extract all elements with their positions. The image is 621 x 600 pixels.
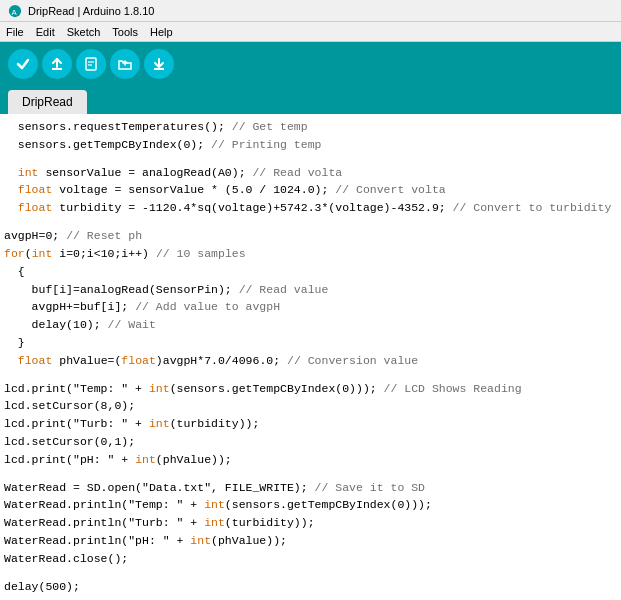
code-line: avgpH=0; // Reset ph <box>4 227 613 245</box>
code-line: delay(500); <box>4 578 613 596</box>
title-bar: A DripRead | Arduino 1.8.10 <box>0 0 621 22</box>
arduino-icon: A <box>8 4 22 18</box>
new-button[interactable] <box>76 49 106 79</box>
menu-file[interactable]: File <box>6 26 24 38</box>
verify-button[interactable] <box>8 49 38 79</box>
code-line: int sensorValue = analogRead(A0); // Rea… <box>4 164 613 182</box>
code-line <box>4 217 613 227</box>
code-editor[interactable]: sensors.requestTemperatures(); // Get te… <box>0 114 621 600</box>
code-line: lcd.print("pH: " + int(phValue)); <box>4 451 613 469</box>
code-line: buf[i]=analogRead(SensorPin); // Read va… <box>4 281 613 299</box>
code-line: { <box>4 263 613 281</box>
toolbar <box>0 42 621 86</box>
code-line: WaterRead.println("Temp: " + int(sensors… <box>4 496 613 514</box>
svg-rect-3 <box>86 58 96 70</box>
menu-tools[interactable]: Tools <box>112 26 138 38</box>
code-line: } <box>4 334 613 352</box>
open-icon <box>117 56 133 72</box>
upload-icon <box>49 56 65 72</box>
code-line: sensors.getTempCByIndex(0); // Printing … <box>4 136 613 154</box>
code-line: float voltage = sensorValue * (5.0 / 102… <box>4 181 613 199</box>
new-icon <box>83 56 99 72</box>
upload-button[interactable] <box>42 49 72 79</box>
code-line: float phValue=(float)avgpH*7.0/4096.0; /… <box>4 352 613 370</box>
code-line: WaterRead = SD.open("Data.txt", FILE_WRI… <box>4 479 613 497</box>
tab-bar: DripRead <box>0 86 621 114</box>
code-line: sensors.requestTemperatures(); // Get te… <box>4 118 613 136</box>
code-line: WaterRead.println("pH: " + int(phValue))… <box>4 532 613 550</box>
code-line <box>4 370 613 380</box>
code-line <box>4 568 613 578</box>
open-button[interactable] <box>110 49 140 79</box>
code-line: WaterRead.close(); <box>4 550 613 568</box>
code-line: delay(10); // Wait <box>4 316 613 334</box>
save-icon <box>151 56 167 72</box>
code-line: lcd.setCursor(0,1); <box>4 433 613 451</box>
code-line: float turbidity = -1120.4*sq(voltage)+57… <box>4 199 613 217</box>
code-line: avgpH+=buf[i]; // Add value to avgpH <box>4 298 613 316</box>
window-title: DripRead | Arduino 1.8.10 <box>28 5 154 17</box>
menu-help[interactable]: Help <box>150 26 173 38</box>
tab-dripread[interactable]: DripRead <box>8 90 87 114</box>
code-line <box>4 154 613 164</box>
code-line: WaterRead.println("Turb: " + int(turbidi… <box>4 514 613 532</box>
code-line <box>4 469 613 479</box>
menu-sketch[interactable]: Sketch <box>67 26 101 38</box>
code-line: lcd.setCursor(8,0); <box>4 397 613 415</box>
code-line: lcd.print("Turb: " + int(turbidity)); <box>4 415 613 433</box>
menu-edit[interactable]: Edit <box>36 26 55 38</box>
tab-label: DripRead <box>22 95 73 109</box>
checkmark-icon <box>15 56 31 72</box>
menu-bar: File Edit Sketch Tools Help <box>0 22 621 42</box>
code-line: for(int i=0;i<10;i++) // 10 samples <box>4 245 613 263</box>
save-button[interactable] <box>144 49 174 79</box>
code-line: lcd.print("Temp: " + int(sensors.getTemp… <box>4 380 613 398</box>
svg-text:A: A <box>12 7 18 16</box>
